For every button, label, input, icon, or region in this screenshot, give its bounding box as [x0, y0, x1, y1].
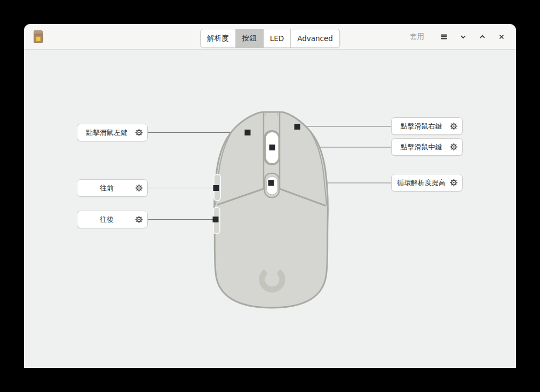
assignment-label: 點擊滑鼠右鍵 — [395, 122, 448, 131]
assignment-label: 點擊滑鼠左鍵 — [81, 128, 133, 138]
assignment-label: 點擊滑鼠中鍵 — [395, 142, 448, 152]
gear-icon — [135, 215, 143, 223]
apply-button[interactable]: 套用 — [410, 32, 424, 42]
assignment-label: 往前 — [81, 183, 133, 193]
gear-icon — [450, 122, 458, 130]
hamburger-icon — [440, 33, 448, 41]
assign-left-click-button[interactable]: 點擊滑鼠左鍵 — [77, 124, 148, 141]
tab-led[interactable]: LED — [264, 29, 291, 47]
marker-right-button — [295, 124, 300, 130]
marker-middle-button — [269, 145, 275, 150]
assign-right-click-button[interactable]: 點擊滑鼠右鍵 — [391, 117, 463, 135]
view-tab-group: 解析度 按鈕 LED Advanced — [200, 29, 340, 48]
header-controls: 套用 — [410, 24, 510, 49]
gear-icon — [135, 184, 143, 192]
menu-button[interactable] — [436, 29, 452, 45]
close-icon — [497, 33, 506, 41]
gear-icon — [450, 179, 458, 187]
chevron-up-icon — [478, 33, 487, 41]
close-button[interactable] — [494, 29, 510, 45]
maximize-button[interactable] — [474, 29, 490, 45]
marker-left-button — [245, 130, 251, 135]
buttons-page: 點擊滑鼠左鍵 往前 往後 點擊滑鼠右鍵 點擊滑鼠中鍵 循環解析度提高 — [24, 50, 516, 368]
mouse-illustration — [213, 112, 328, 308]
mouse-diagram — [24, 50, 516, 368]
tab-buttons[interactable]: 按鈕 — [236, 29, 264, 47]
minimize-button[interactable] — [455, 29, 471, 45]
marker-dpi-button — [268, 180, 274, 186]
headerbar: 解析度 按鈕 LED Advanced 套用 — [24, 24, 516, 50]
assignment-label: 循環解析度提高 — [395, 178, 448, 188]
tab-advanced[interactable]: Advanced — [291, 29, 339, 47]
assignment-label: 往後 — [81, 215, 133, 225]
tab-resolution[interactable]: 解析度 — [201, 29, 236, 47]
app-package-icon — [34, 30, 43, 43]
chevron-down-icon — [459, 33, 467, 41]
marker-forward-button — [213, 185, 219, 191]
gear-icon — [135, 129, 143, 137]
marker-back-button — [213, 217, 219, 222]
gear-icon — [450, 143, 458, 151]
assign-dpi-cycle-button[interactable]: 循環解析度提高 — [391, 174, 463, 191]
assign-middle-click-button[interactable]: 點擊滑鼠中鍵 — [391, 138, 463, 156]
assign-forward-button[interactable]: 往前 — [77, 179, 148, 197]
assign-back-button[interactable]: 往後 — [77, 211, 148, 228]
app-window: 解析度 按鈕 LED Advanced 套用 — [24, 24, 516, 368]
